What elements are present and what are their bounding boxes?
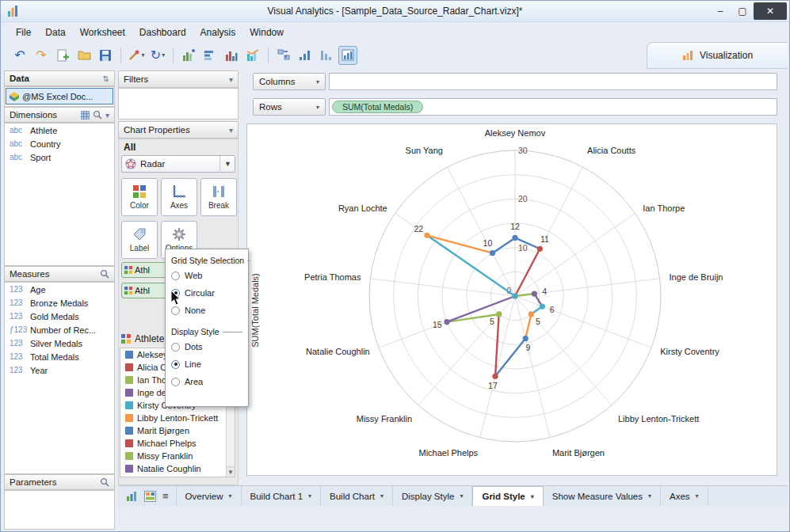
design-wand-button[interactable]: ▾ <box>127 46 146 65</box>
display-style-line-radio[interactable]: Line <box>171 355 242 373</box>
refresh-button[interactable]: ↻▾ <box>148 46 167 65</box>
color-button[interactable]: Color <box>121 178 158 216</box>
data-point[interactable] <box>523 336 529 341</box>
new-file-button[interactable] <box>53 46 72 65</box>
collapse-icon[interactable]: ▾ <box>229 126 233 135</box>
dual-chart-button[interactable] <box>222 46 241 65</box>
chart-type-select[interactable]: Radar ▼ <box>121 155 235 173</box>
collapse-icon[interactable]: ▾ <box>229 75 233 84</box>
open-file-button[interactable] <box>74 46 94 65</box>
legend-item[interactable]: Natalie Coughlin <box>120 462 235 475</box>
tab-show-measure-values[interactable]: Show Measure Values▾ <box>544 486 661 506</box>
menu-bar: FileDataWorksheetDashboardAnalysisWindow <box>2 23 291 41</box>
data-point[interactable] <box>492 374 498 379</box>
search-icon[interactable] <box>100 269 109 279</box>
measure-field-item[interactable]: 123Bronze Medals <box>5 296 114 310</box>
redo-button[interactable]: ↷ <box>32 46 51 65</box>
bar-chart-plus-icon <box>182 49 195 62</box>
break-button-label: Break <box>208 201 229 210</box>
data-source-item[interactable]: @MS Excel Doc... <box>6 88 113 104</box>
athlete-binding-pill[interactable]: Athl <box>121 283 167 298</box>
data-point[interactable] <box>444 319 449 325</box>
legend-item[interactable]: Libby Lenton-Trickett <box>120 412 235 424</box>
menu-worksheet[interactable]: Worksheet <box>73 25 132 40</box>
data-point[interactable] <box>490 250 495 256</box>
columns-shelf-field[interactable] <box>329 73 777 90</box>
undo-button[interactable]: ↶ <box>10 46 29 65</box>
table-grid-icon[interactable] <box>81 111 90 120</box>
dimension-field-item[interactable]: abcAthlete <box>5 124 114 137</box>
grid-style-web-radio[interactable]: Web <box>171 267 242 284</box>
legend-item[interactable]: Michael Phelps <box>120 437 235 450</box>
display-style-area-radio[interactable]: Area <box>171 373 242 390</box>
legend-item[interactable]: Marit Bjørgen <box>120 424 235 437</box>
filters-shelf[interactable] <box>118 88 239 120</box>
tab-build-chart[interactable]: Build Chart▾ <box>321 486 393 506</box>
chart-properties-header[interactable]: Chart Properties ▾ <box>118 121 239 139</box>
measure-field-item[interactable]: 123Total Medals <box>5 350 114 363</box>
display-style-dots-radio[interactable]: Dots <box>171 338 242 355</box>
athlete-binding-pill[interactable]: Athl <box>121 262 167 278</box>
close-button[interactable]: ✕ <box>754 2 787 20</box>
scrollbar-down-icon[interactable]: ▼ <box>227 466 235 477</box>
save-button[interactable] <box>96 46 115 65</box>
grid-toggle-button[interactable] <box>338 46 357 65</box>
legend-item[interactable]: Missy Franklin <box>120 450 235 462</box>
parameters-header-label: Parameters <box>10 477 56 487</box>
grid-style-circular-radio[interactable]: Circular <box>171 284 242 302</box>
rows-shelf-label[interactable]: Rows ▾ <box>253 98 326 116</box>
sheet-list-icon[interactable]: ≡ <box>162 490 168 502</box>
data-point[interactable] <box>512 293 517 298</box>
grid-style-none-radio[interactable]: None <box>171 302 242 319</box>
maximize-button[interactable]: ▢ <box>731 2 754 20</box>
visualization-tab[interactable]: Visualization <box>647 42 788 69</box>
tab-grid-style[interactable]: Grid Style▾ <box>472 486 543 506</box>
measure-field-item[interactable]: 123Gold Medals <box>5 310 114 323</box>
rows-pill[interactable]: SUM(Total Medals) <box>332 101 423 113</box>
dimensions-menu-icon[interactable]: ▾ <box>105 111 109 120</box>
data-point[interactable] <box>496 311 502 317</box>
data-point[interactable] <box>529 311 534 317</box>
tab-display-style[interactable]: Display Style▾ <box>393 486 472 506</box>
minimize-button[interactable]: – <box>709 2 731 20</box>
tab-build-chart-1[interactable]: Build Chart 1▾ <box>242 486 322 506</box>
search-icon[interactable] <box>100 477 109 487</box>
break-button[interactable]: Break <box>200 178 237 216</box>
menu-data[interactable]: Data <box>38 25 72 40</box>
menu-file[interactable]: File <box>9 25 38 40</box>
add-rows-chart-button[interactable] <box>200 46 219 65</box>
measure-field-item[interactable]: 123Year <box>5 363 114 377</box>
sort-descending-button[interactable] <box>317 46 336 65</box>
axes-button[interactable]: Axes <box>161 178 197 216</box>
data-point[interactable] <box>512 235 517 241</box>
new-dashboard-icon[interactable] <box>144 491 156 502</box>
dimension-field-item[interactable]: abcSport <box>5 150 114 164</box>
sort-fields-icon[interactable]: ⇅ <box>103 74 109 83</box>
search-icon[interactable] <box>93 110 102 120</box>
data-point[interactable] <box>424 233 429 238</box>
sort-ascending-button[interactable] <box>296 46 315 65</box>
menu-dashboard[interactable]: Dashboard <box>132 25 193 40</box>
measure-field-item[interactable]: ƒ123Number of Rec... <box>5 323 114 336</box>
dimension-field-item[interactable]: abcCountry <box>5 137 114 150</box>
add-columns-chart-button[interactable] <box>179 46 198 65</box>
data-point[interactable] <box>532 291 537 296</box>
new-worksheet-icon[interactable] <box>126 491 138 502</box>
data-point[interactable] <box>537 246 543 252</box>
tab-overview[interactable]: Overview▾ <box>177 486 242 506</box>
menu-analysis[interactable]: Analysis <box>193 25 243 40</box>
label-button[interactable]: Label <box>121 221 158 259</box>
measure-field-item[interactable]: 123Silver Medals <box>5 336 114 350</box>
measure-field-item[interactable]: 123Age <box>5 283 114 296</box>
chart-canvas[interactable]: 0102030Aleksey NemovAlicia CouttsIan Tho… <box>246 124 777 476</box>
pill-label: Athl <box>135 286 150 295</box>
color-button-label: Color <box>130 201 149 210</box>
tab-axes[interactable]: Axes▾ <box>661 486 708 506</box>
data-point[interactable] <box>540 303 545 309</box>
filters-header[interactable]: Filters ▾ <box>118 70 239 88</box>
combo-chart-button[interactable] <box>243 46 262 65</box>
rows-shelf-field[interactable]: SUM(Total Medals) <box>329 98 777 116</box>
swap-axes-button[interactable] <box>274 46 293 65</box>
columns-shelf-label[interactable]: Columns ▾ <box>253 73 326 90</box>
menu-window[interactable]: Window <box>242 25 291 40</box>
